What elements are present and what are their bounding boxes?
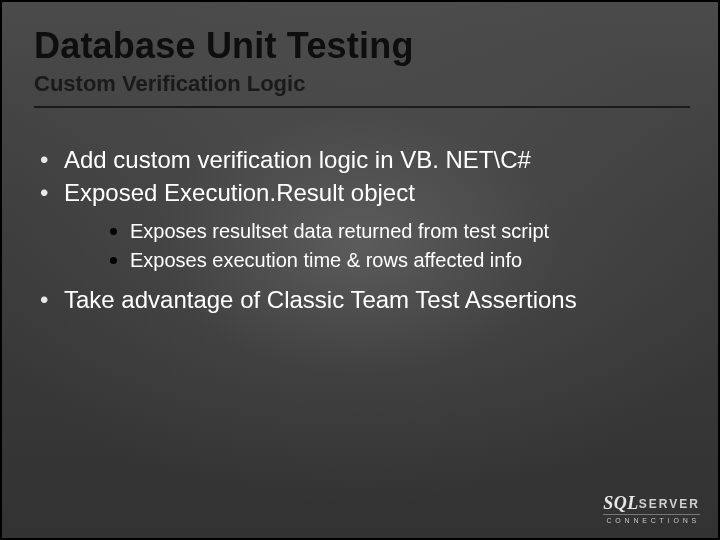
bullet-item: Add custom verification logic in VB. NET… [34, 144, 690, 175]
bullet-item: Take advantage of Classic Team Test Asse… [34, 284, 690, 315]
sub-bullet-item: Exposes resultset data returned from tes… [104, 218, 690, 245]
logo-server: SERVER [639, 497, 700, 511]
slide: Database Unit Testing Custom Verificatio… [0, 0, 720, 540]
logo-sub: CONNECTIONS [603, 514, 700, 524]
slide-body: Add custom verification logic in VB. NET… [34, 144, 690, 316]
logo-top-line: SQLSERVER [603, 494, 700, 512]
bullet-text: Take advantage of Classic Team Test Asse… [64, 286, 577, 313]
sub-bullet-text: Exposes execution time & rows affected i… [130, 249, 522, 271]
sub-bullet-list: Exposes resultset data returned from tes… [104, 218, 690, 274]
slide-title: Database Unit Testing [34, 26, 690, 66]
sub-bullet-item: Exposes execution time & rows affected i… [104, 247, 690, 274]
sub-bullet-text: Exposes resultset data returned from tes… [130, 220, 549, 242]
bullet-text: Add custom verification logic in VB. NET… [64, 146, 531, 173]
bullet-list: Add custom verification logic in VB. NET… [34, 144, 690, 316]
logo-sql: SQL [603, 493, 639, 513]
title-rule [34, 106, 690, 108]
sqlserver-connections-logo: SQLSERVER CONNECTIONS [603, 494, 700, 524]
bullet-item: Exposed Execution.Result object Exposes … [34, 177, 690, 274]
bullet-text: Exposed Execution.Result object [64, 179, 415, 206]
slide-subtitle: Custom Verification Logic [34, 72, 690, 96]
